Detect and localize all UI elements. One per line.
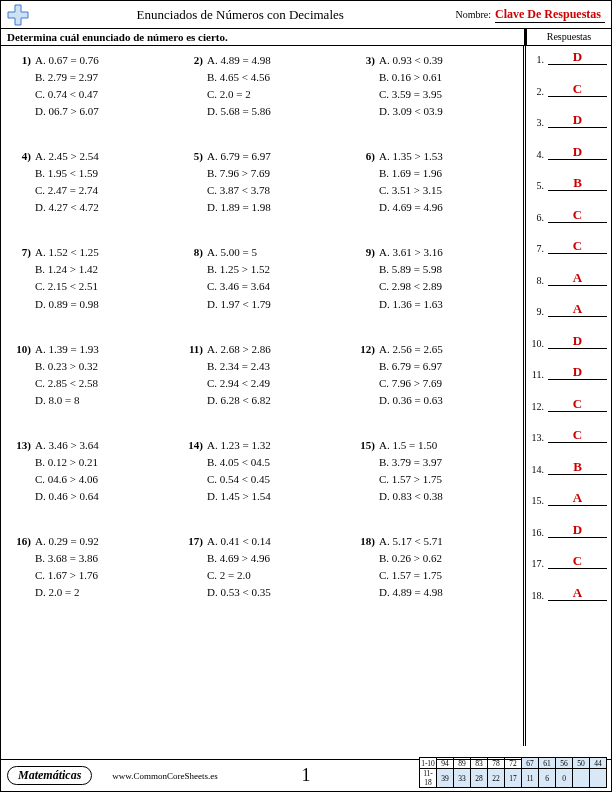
answer-key-label: Clave De Respuestas [495,7,605,23]
choice-a: A. 2.68 > 2.86 [207,341,271,358]
question-choices: A. 0.67 = 0.76B. 2.79 = 2.97C. 0.74 < 0.… [35,52,99,120]
choice-a: A. 1.5 = 1.50 [379,437,443,454]
choice-d: D. 0.83 < 0.38 [379,488,443,505]
choice-b: B. 1.69 = 1.96 [379,165,443,182]
question-choices: A. 0.41 < 0.14B. 4.69 > 4.96C. 2 = 2.0D.… [207,533,271,601]
footer: Matemáticas www.CommonCoreSheets.es 1 1-… [1,759,611,791]
choice-b: B. 7.96 > 7.69 [207,165,271,182]
name-field: Nombre: Clave De Respuestas [455,7,611,23]
choice-d: D. 2.0 = 2 [35,584,99,601]
choice-b: B. 0.16 > 0.61 [379,69,443,86]
choice-b: B. 2.79 = 2.97 [35,69,99,86]
choice-a: A. 5.17 < 5.71 [379,533,443,550]
choice-d: D. 0.53 < 0.35 [207,584,271,601]
score-cell: 94 [437,758,454,769]
answer-row: 5.B [530,176,607,191]
answer-row: 14.B [530,460,607,475]
instruction-text: Determina cuál enunciado de número es ci… [1,29,525,45]
score-cell: 50 [573,758,590,769]
question-number: 17) [181,533,203,601]
choice-c: C. 2 = 2.0 [207,567,271,584]
choice-c: C. 2.47 = 2.74 [35,182,99,199]
site-url: www.CommonCoreSheets.es [112,771,217,781]
answer-value: D [548,50,607,65]
question-choices: A. 1.23 = 1.32B. 4.05 < 04.5C. 0.54 < 0.… [207,437,271,505]
question-block: 14)A. 1.23 = 1.32B. 4.05 < 04.5C. 0.54 <… [181,437,345,505]
score-cell: 0 [556,769,573,788]
choice-c: C. 04.6 > 4.06 [35,471,99,488]
question-choices: A. 2.45 > 2.54B. 1.95 < 1.59C. 2.47 = 2.… [35,148,99,216]
worksheet-title: Enunciados de Números con Decimales [35,7,455,23]
answers-column: 1.D2.C3.D4.D5.B6.C7.C8.A9.A10.D11.D12.C1… [525,46,611,746]
choice-d: D. 06.7 > 6.07 [35,103,99,120]
score-cell: 78 [488,758,505,769]
choice-c: C. 3.87 < 3.78 [207,182,271,199]
answer-number: 6. [530,212,544,223]
choice-d: D. 0.89 = 0.98 [35,296,99,313]
question-block: 12)A. 2.56 = 2.65B. 6.79 = 6.97C. 7.96 >… [353,341,517,409]
answer-row: 13.C [530,428,607,443]
question-choices: A. 1.52 < 1.25B. 1.24 > 1.42C. 2.15 < 2.… [35,244,99,312]
choice-d: D. 5.68 = 5.86 [207,103,271,120]
choice-a: A. 0.41 < 0.14 [207,533,271,550]
question-block: 7)A. 1.52 < 1.25B. 1.24 > 1.42C. 2.15 < … [9,244,173,312]
subheader: Determina cuál enunciado de número es ci… [1,29,611,46]
questions-area: 1)A. 0.67 = 0.76B. 2.79 = 2.97C. 0.74 < … [1,46,525,746]
answer-row: 11.D [530,365,607,380]
answers-header: Respuestas [525,29,611,45]
question-choices: A. 1.5 = 1.50B. 3.79 = 3.97C. 1.57 > 1.7… [379,437,443,505]
question-block: 13)A. 3.46 > 3.64B. 0.12 > 0.21C. 04.6 >… [9,437,173,505]
question-choices: A. 1.35 > 1.53B. 1.69 = 1.96C. 3.51 > 3.… [379,148,443,216]
answer-row: 2.C [530,82,607,97]
answer-number: 4. [530,149,544,160]
question-block: 1)A. 0.67 = 0.76B. 2.79 = 2.97C. 0.74 < … [9,52,173,120]
choice-d: D. 6.28 < 6.82 [207,392,271,409]
score-cell: 83 [471,758,488,769]
answer-number: 1. [530,54,544,65]
answer-row: 7.C [530,239,607,254]
question-number: 5) [181,148,203,216]
score-cell: 6 [539,769,556,788]
question-number: 11) [181,341,203,409]
choice-c: C. 0.74 < 0.47 [35,86,99,103]
question-number: 16) [9,533,31,601]
question-choices: A. 5.17 < 5.71B. 0.26 > 0.62C. 1.57 = 1.… [379,533,443,601]
choice-a: A. 0.67 = 0.76 [35,52,99,69]
question-number: 7) [9,244,31,312]
answer-value: D [548,365,607,380]
answer-row: 17.C [530,554,607,569]
answer-number: 11. [530,369,544,380]
question-choices: A. 1.39 = 1.93B. 0.23 > 0.32C. 2.85 < 2.… [35,341,99,409]
choice-c: C. 0.54 < 0.45 [207,471,271,488]
answer-value: A [548,271,607,286]
answer-value: D [548,145,607,160]
answer-row: 3.D [530,113,607,128]
question-number: 14) [181,437,203,505]
answer-value: D [548,334,607,349]
answer-number: 9. [530,306,544,317]
choice-d: D. 1.89 = 1.98 [207,199,271,216]
choice-b: B. 5.89 = 5.98 [379,261,443,278]
answer-number: 10. [530,338,544,349]
choice-a: A. 4.89 = 4.98 [207,52,271,69]
choice-a: A. 1.39 = 1.93 [35,341,99,358]
question-block: 9)A. 3.61 > 3.16B. 5.89 = 5.98C. 2.98 < … [353,244,517,312]
choice-c: C. 2.0 = 2 [207,86,271,103]
answer-value: B [548,176,607,191]
score-cell: 17 [505,769,522,788]
choice-a: A. 2.56 = 2.65 [379,341,443,358]
answer-row: 8.A [530,271,607,286]
choice-b: B. 3.79 = 3.97 [379,454,443,471]
answer-value: C [548,208,607,223]
answer-value: C [548,239,607,254]
choice-a: A. 1.35 > 1.53 [379,148,443,165]
question-choices: A. 0.93 < 0.39B. 0.16 > 0.61C. 3.59 = 3.… [379,52,443,120]
choice-c: C. 2.85 < 2.58 [35,375,99,392]
question-choices: A. 3.61 > 3.16B. 5.89 = 5.98C. 2.98 < 2.… [379,244,443,312]
question-block: 11)A. 2.68 > 2.86B. 2.34 = 2.43C. 2.94 <… [181,341,345,409]
choice-a: A. 5.00 = 5 [207,244,271,261]
question-number: 9) [353,244,375,312]
question-choices: A. 5.00 = 5B. 1.25 > 1.52C. 3.46 = 3.64D… [207,244,271,312]
score-cell: 11 [522,769,539,788]
choice-b: B. 1.24 > 1.42 [35,261,99,278]
